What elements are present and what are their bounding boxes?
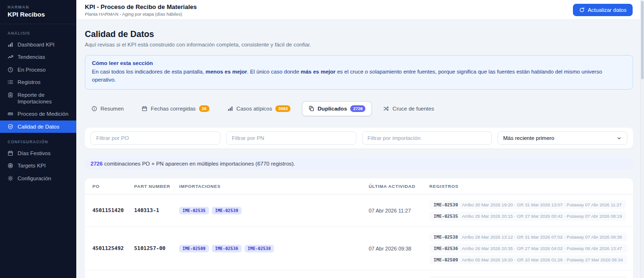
tab-label: Duplicados bbox=[317, 106, 347, 111]
tab-resumen[interactable]: Resumen bbox=[85, 102, 130, 116]
callout-text: En casi todos los indicadores de esta pa… bbox=[92, 68, 626, 84]
table-body: 4501151420140313-1IME-02535IME-0253907 A… bbox=[85, 195, 633, 278]
topbar-titles: KPI - Proceso de Recibo de Materiales Pl… bbox=[85, 3, 197, 17]
tab-casos-atipicos[interactable]: Casos atípicos3983 bbox=[221, 101, 297, 117]
calendar-icon bbox=[142, 106, 147, 111]
registro-code: IME-02536 bbox=[434, 246, 458, 251]
table-row: 45011371585101257-00IME-02503IME-0253807… bbox=[85, 270, 633, 278]
sidebar-item-proceso-medicion[interactable]: Proceso de Medición bbox=[0, 108, 76, 120]
registro-detail: Arribo 25 Mar 2026 20:15 · GR 27 Mar 202… bbox=[462, 213, 622, 219]
tab-label: Fechas corregidas bbox=[151, 106, 196, 111]
tab-label: Resumen bbox=[100, 106, 124, 111]
sort-select[interactable]: Más reciente primero bbox=[498, 131, 627, 145]
sidebar-item-tendencias[interactable]: Tendencias bbox=[0, 51, 76, 63]
sidebar-item-reporte-importaciones[interactable]: Reporte de Importaciones bbox=[0, 89, 76, 108]
po-value: 4501151420 bbox=[92, 207, 134, 213]
table-header-row: POPART NUMBERIMPORTACIONESÚLTIMA ACTIVID… bbox=[85, 178, 633, 195]
sidebar-section-label: ANÁLISIS bbox=[0, 24, 76, 38]
sidebar-item-dias-festivos[interactable]: Días Festivos bbox=[0, 147, 76, 159]
import-chip[interactable]: IME-02539 bbox=[212, 207, 242, 214]
filter-po-input[interactable] bbox=[91, 131, 220, 145]
filter-bar: Más reciente primero bbox=[85, 128, 633, 148]
gear-icon bbox=[8, 176, 14, 181]
registro-line: IME-02538Arribo 28 Mar 2026 13:12 · GR 3… bbox=[429, 276, 627, 278]
po-value: 4501125492 bbox=[92, 245, 134, 251]
registro-line: IME-02509Arribo 05 Mar 2026 19:20 · GR 1… bbox=[429, 255, 627, 264]
sidebar-item-dashboard-kpi[interactable]: Dashboard KPI bbox=[0, 38, 76, 51]
duplicates-summary: 2726 combinaciones PO + PN aparecen en m… bbox=[85, 158, 633, 170]
tab-badge: 2726 bbox=[350, 105, 365, 112]
filter-import-input[interactable] bbox=[362, 131, 492, 145]
content: Calidad de Datos Aquí revisas si el KPI … bbox=[76, 20, 644, 278]
sidebar-item-label: Tendencias bbox=[18, 54, 45, 60]
sidebar-item-label: Registros bbox=[18, 79, 41, 85]
sidebar-item-calidad-datos[interactable]: Calidad de Datos bbox=[0, 120, 76, 133]
table-row: 45011254925101257-00IME-02509IME-02536IM… bbox=[85, 227, 633, 270]
table-row: 4501151420140313-1IME-02535IME-0253907 A… bbox=[85, 195, 633, 227]
importaciones-chips: IME-02509IME-02536IME-02538 bbox=[179, 245, 369, 252]
import-chip[interactable]: IME-02509 bbox=[179, 245, 209, 252]
tab-label: Casos atípicos bbox=[236, 106, 272, 111]
topbar: KPI - Proceso de Recibo de Materiales Pl… bbox=[76, 0, 644, 20]
sidebar-item-configuracion[interactable]: Configuración bbox=[0, 172, 76, 185]
tab-bar: ResumenFechas corregidas26Casos atípicos… bbox=[85, 101, 633, 117]
part-number-value: 5101257-00 bbox=[134, 245, 179, 251]
clipboard-icon bbox=[8, 92, 14, 98]
sidebar-item-label: Configuración bbox=[18, 175, 51, 182]
column-header: PART NUMBER bbox=[134, 184, 179, 189]
column-header: ÚLTIMA ACTIVIDAD bbox=[369, 184, 429, 189]
page-subtitle: Aquí revisas si el KPI está construido c… bbox=[85, 42, 633, 47]
trend-icon bbox=[8, 54, 14, 60]
calendar-icon bbox=[8, 150, 14, 156]
duplicates-table: POPART NUMBERIMPORTACIONESÚLTIMA ACTIVID… bbox=[85, 178, 633, 278]
brand-company: HARMAN bbox=[8, 5, 69, 9]
registros-list: IME-02538Arribo 28 Mar 2026 13:12 · GR 3… bbox=[429, 232, 627, 264]
registro-detail: Arribo 28 Mar 2026 13:12 · GR 31 Mar 202… bbox=[462, 234, 622, 240]
sidebar-item-label: Calidad de Datos bbox=[18, 123, 59, 130]
tab-fechas-corregidas[interactable]: Fechas corregidas26 bbox=[135, 101, 216, 117]
scrollbar-track bbox=[640, 0, 644, 278]
sidebar-item-en-proceso[interactable]: En Proceso bbox=[0, 64, 76, 76]
sidebar-item-label: Reporte de Importaciones bbox=[18, 92, 69, 105]
list-icon bbox=[8, 79, 14, 85]
import-chip[interactable]: IME-02538 bbox=[245, 245, 274, 252]
target-icon bbox=[8, 163, 14, 168]
sort-select-value: Más reciente primero bbox=[503, 135, 554, 141]
main-area: KPI - Proceso de Recibo de Materiales Pl… bbox=[76, 0, 644, 278]
info-icon bbox=[91, 106, 97, 111]
refresh-icon bbox=[579, 7, 585, 13]
sidebar-item-registros[interactable]: Registros bbox=[0, 76, 76, 88]
page-title: Calidad de Datos bbox=[85, 29, 633, 39]
tab-cruce-fuentes[interactable]: Cruce de fuentes bbox=[377, 102, 441, 116]
sidebar-item-label: En Proceso bbox=[18, 66, 45, 73]
bar-chart-icon bbox=[227, 106, 233, 111]
refresh-data-button[interactable]: Actualizar datos bbox=[573, 4, 633, 16]
import-chip[interactable]: IME-02536 bbox=[212, 245, 242, 252]
registro-line: IME-02536Arribo 26 Mar 2026 20:35 · GR 2… bbox=[429, 244, 627, 253]
brand-app-name: KPI Recibos bbox=[8, 11, 69, 18]
ruler-icon bbox=[8, 111, 14, 117]
import-chip[interactable]: IME-02535 bbox=[179, 207, 209, 214]
bar-chart-icon bbox=[8, 42, 14, 47]
app-subtitle: Planta HARMAN - Aging por etapa (días há… bbox=[85, 11, 197, 17]
refresh-button-label: Actualizar datos bbox=[588, 7, 626, 13]
shuffle-icon bbox=[383, 106, 389, 111]
sidebar-item-label: Dashboard KPI bbox=[18, 41, 54, 48]
sidebar-item-label: Targets KPI bbox=[18, 162, 45, 169]
registro-code: IME-02535 bbox=[434, 213, 458, 219]
sidebar-item-label: Días Festivos bbox=[18, 150, 51, 157]
registro-code: IME-02539 bbox=[434, 202, 458, 207]
scrollbar-thumb[interactable] bbox=[641, 1, 644, 79]
callout-title: Cómo leer esta sección bbox=[92, 60, 626, 66]
ultima-actividad-value: 07 Abr 2026 09:38 bbox=[369, 246, 429, 251]
sidebar-nav: ANÁLISISDashboard KPITendenciasEn Proces… bbox=[0, 24, 76, 185]
registro-detail: Arribo 30 Mar 2026 19:20 · GR 31 Mar 202… bbox=[462, 202, 621, 207]
copy-icon bbox=[308, 106, 314, 111]
tab-duplicados[interactable]: Duplicados2726 bbox=[302, 101, 372, 117]
registro-detail: Arribo 26 Mar 2026 20:35 · GR 27 Mar 202… bbox=[462, 246, 622, 251]
app-title: KPI - Proceso de Recibo de Materiales bbox=[85, 3, 197, 10]
filter-pn-input[interactable] bbox=[226, 131, 356, 145]
registro-detail: Arribo 05 Mar 2026 19:20 · GR 10 Mar 202… bbox=[462, 257, 623, 262]
sidebar-item-targets-kpi[interactable]: Targets KPI bbox=[0, 159, 76, 172]
column-header: PO bbox=[92, 184, 134, 189]
